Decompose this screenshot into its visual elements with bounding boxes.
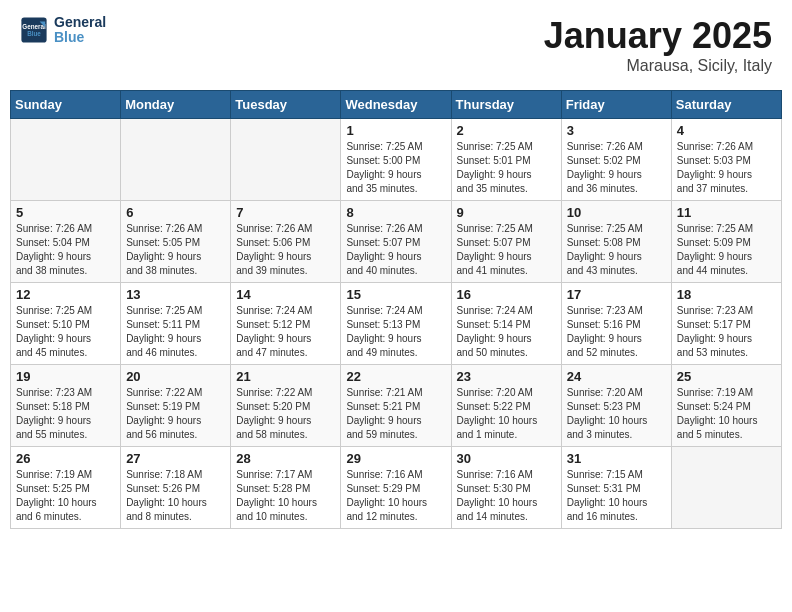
day-number: 19 [16, 369, 115, 384]
logo: General Blue General Blue [20, 15, 106, 46]
day-info: Sunrise: 7:19 AM Sunset: 5:25 PM Dayligh… [16, 468, 115, 524]
day-number: 27 [126, 451, 225, 466]
day-cell: 24Sunrise: 7:20 AM Sunset: 5:23 PM Dayli… [561, 365, 671, 447]
day-number: 30 [457, 451, 556, 466]
weekday-header-wednesday: Wednesday [341, 91, 451, 119]
logo-icon: General Blue [20, 16, 48, 44]
day-cell [231, 119, 341, 201]
page-header: General Blue General Blue January 2025 M… [10, 10, 782, 80]
weekday-header-sunday: Sunday [11, 91, 121, 119]
day-number: 4 [677, 123, 776, 138]
day-number: 22 [346, 369, 445, 384]
day-cell: 15Sunrise: 7:24 AM Sunset: 5:13 PM Dayli… [341, 283, 451, 365]
day-cell: 25Sunrise: 7:19 AM Sunset: 5:24 PM Dayli… [671, 365, 781, 447]
day-number: 29 [346, 451, 445, 466]
calendar-body: 1Sunrise: 7:25 AM Sunset: 5:00 PM Daylig… [11, 119, 782, 529]
day-info: Sunrise: 7:25 AM Sunset: 5:01 PM Dayligh… [457, 140, 556, 196]
day-number: 5 [16, 205, 115, 220]
week-row-5: 26Sunrise: 7:19 AM Sunset: 5:25 PM Dayli… [11, 447, 782, 529]
day-info: Sunrise: 7:24 AM Sunset: 5:14 PM Dayligh… [457, 304, 556, 360]
day-cell: 21Sunrise: 7:22 AM Sunset: 5:20 PM Dayli… [231, 365, 341, 447]
logo-line2: Blue [54, 30, 106, 45]
day-cell: 5Sunrise: 7:26 AM Sunset: 5:04 PM Daylig… [11, 201, 121, 283]
day-number: 24 [567, 369, 666, 384]
day-info: Sunrise: 7:26 AM Sunset: 5:02 PM Dayligh… [567, 140, 666, 196]
day-cell: 17Sunrise: 7:23 AM Sunset: 5:16 PM Dayli… [561, 283, 671, 365]
day-number: 26 [16, 451, 115, 466]
day-info: Sunrise: 7:18 AM Sunset: 5:26 PM Dayligh… [126, 468, 225, 524]
day-cell: 11Sunrise: 7:25 AM Sunset: 5:09 PM Dayli… [671, 201, 781, 283]
day-info: Sunrise: 7:16 AM Sunset: 5:30 PM Dayligh… [457, 468, 556, 524]
day-info: Sunrise: 7:22 AM Sunset: 5:19 PM Dayligh… [126, 386, 225, 442]
day-number: 18 [677, 287, 776, 302]
day-info: Sunrise: 7:20 AM Sunset: 5:23 PM Dayligh… [567, 386, 666, 442]
week-row-3: 12Sunrise: 7:25 AM Sunset: 5:10 PM Dayli… [11, 283, 782, 365]
day-cell: 26Sunrise: 7:19 AM Sunset: 5:25 PM Dayli… [11, 447, 121, 529]
day-number: 3 [567, 123, 666, 138]
day-cell: 18Sunrise: 7:23 AM Sunset: 5:17 PM Dayli… [671, 283, 781, 365]
month-title: January 2025 [544, 15, 772, 57]
day-cell: 8Sunrise: 7:26 AM Sunset: 5:07 PM Daylig… [341, 201, 451, 283]
day-number: 20 [126, 369, 225, 384]
day-number: 12 [16, 287, 115, 302]
day-cell: 3Sunrise: 7:26 AM Sunset: 5:02 PM Daylig… [561, 119, 671, 201]
day-number: 23 [457, 369, 556, 384]
day-cell: 16Sunrise: 7:24 AM Sunset: 5:14 PM Dayli… [451, 283, 561, 365]
title-block: January 2025 Marausa, Sicily, Italy [544, 15, 772, 75]
day-cell: 31Sunrise: 7:15 AM Sunset: 5:31 PM Dayli… [561, 447, 671, 529]
day-cell: 29Sunrise: 7:16 AM Sunset: 5:29 PM Dayli… [341, 447, 451, 529]
weekday-header-thursday: Thursday [451, 91, 561, 119]
weekday-header-saturday: Saturday [671, 91, 781, 119]
day-number: 6 [126, 205, 225, 220]
day-cell: 14Sunrise: 7:24 AM Sunset: 5:12 PM Dayli… [231, 283, 341, 365]
day-number: 1 [346, 123, 445, 138]
day-number: 17 [567, 287, 666, 302]
day-number: 7 [236, 205, 335, 220]
day-info: Sunrise: 7:19 AM Sunset: 5:24 PM Dayligh… [677, 386, 776, 442]
day-info: Sunrise: 7:23 AM Sunset: 5:18 PM Dayligh… [16, 386, 115, 442]
day-info: Sunrise: 7:21 AM Sunset: 5:21 PM Dayligh… [346, 386, 445, 442]
weekday-header-friday: Friday [561, 91, 671, 119]
week-row-1: 1Sunrise: 7:25 AM Sunset: 5:00 PM Daylig… [11, 119, 782, 201]
day-number: 14 [236, 287, 335, 302]
day-info: Sunrise: 7:26 AM Sunset: 5:04 PM Dayligh… [16, 222, 115, 278]
day-number: 8 [346, 205, 445, 220]
day-number: 28 [236, 451, 335, 466]
day-cell: 7Sunrise: 7:26 AM Sunset: 5:06 PM Daylig… [231, 201, 341, 283]
day-info: Sunrise: 7:26 AM Sunset: 5:03 PM Dayligh… [677, 140, 776, 196]
day-cell [11, 119, 121, 201]
day-number: 15 [346, 287, 445, 302]
day-info: Sunrise: 7:22 AM Sunset: 5:20 PM Dayligh… [236, 386, 335, 442]
weekday-header-monday: Monday [121, 91, 231, 119]
day-cell: 13Sunrise: 7:25 AM Sunset: 5:11 PM Dayli… [121, 283, 231, 365]
day-info: Sunrise: 7:16 AM Sunset: 5:29 PM Dayligh… [346, 468, 445, 524]
day-info: Sunrise: 7:25 AM Sunset: 5:11 PM Dayligh… [126, 304, 225, 360]
day-cell: 10Sunrise: 7:25 AM Sunset: 5:08 PM Dayli… [561, 201, 671, 283]
day-cell: 22Sunrise: 7:21 AM Sunset: 5:21 PM Dayli… [341, 365, 451, 447]
day-info: Sunrise: 7:23 AM Sunset: 5:17 PM Dayligh… [677, 304, 776, 360]
day-cell: 23Sunrise: 7:20 AM Sunset: 5:22 PM Dayli… [451, 365, 561, 447]
svg-text:Blue: Blue [27, 30, 41, 37]
day-number: 31 [567, 451, 666, 466]
day-cell: 6Sunrise: 7:26 AM Sunset: 5:05 PM Daylig… [121, 201, 231, 283]
day-cell: 12Sunrise: 7:25 AM Sunset: 5:10 PM Dayli… [11, 283, 121, 365]
day-cell: 27Sunrise: 7:18 AM Sunset: 5:26 PM Dayli… [121, 447, 231, 529]
day-info: Sunrise: 7:25 AM Sunset: 5:08 PM Dayligh… [567, 222, 666, 278]
day-number: 21 [236, 369, 335, 384]
day-info: Sunrise: 7:25 AM Sunset: 5:09 PM Dayligh… [677, 222, 776, 278]
day-number: 25 [677, 369, 776, 384]
day-cell: 30Sunrise: 7:16 AM Sunset: 5:30 PM Dayli… [451, 447, 561, 529]
day-cell: 19Sunrise: 7:23 AM Sunset: 5:18 PM Dayli… [11, 365, 121, 447]
week-row-2: 5Sunrise: 7:26 AM Sunset: 5:04 PM Daylig… [11, 201, 782, 283]
logo-line1: General [54, 15, 106, 30]
weekday-header-row: SundayMondayTuesdayWednesdayThursdayFrid… [11, 91, 782, 119]
day-info: Sunrise: 7:17 AM Sunset: 5:28 PM Dayligh… [236, 468, 335, 524]
day-info: Sunrise: 7:26 AM Sunset: 5:05 PM Dayligh… [126, 222, 225, 278]
calendar: SundayMondayTuesdayWednesdayThursdayFrid… [10, 90, 782, 529]
day-number: 11 [677, 205, 776, 220]
day-cell: 28Sunrise: 7:17 AM Sunset: 5:28 PM Dayli… [231, 447, 341, 529]
day-info: Sunrise: 7:24 AM Sunset: 5:12 PM Dayligh… [236, 304, 335, 360]
day-info: Sunrise: 7:25 AM Sunset: 5:10 PM Dayligh… [16, 304, 115, 360]
day-cell: 4Sunrise: 7:26 AM Sunset: 5:03 PM Daylig… [671, 119, 781, 201]
day-info: Sunrise: 7:26 AM Sunset: 5:06 PM Dayligh… [236, 222, 335, 278]
